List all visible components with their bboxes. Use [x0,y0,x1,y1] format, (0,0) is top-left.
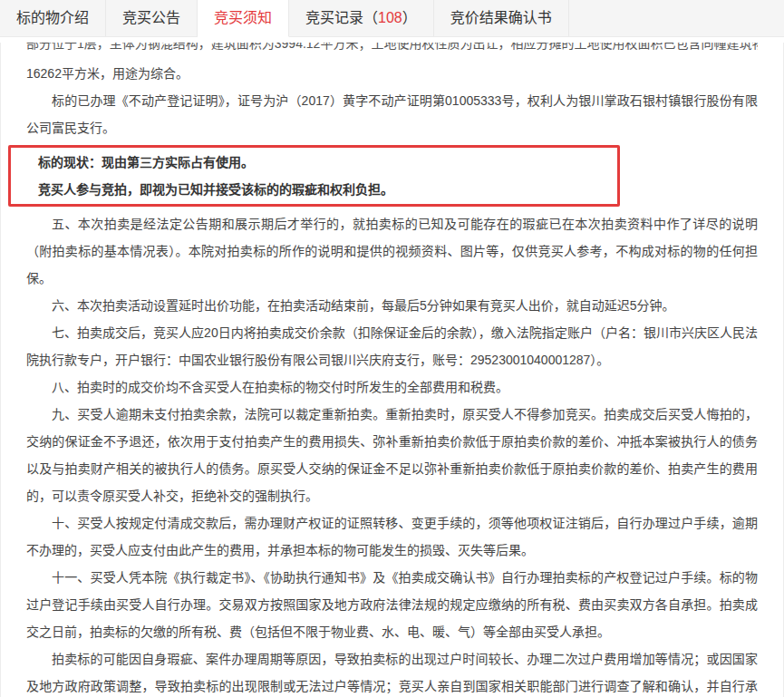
highlighted-notice-line: 竞买人参与竞拍，即视为已知并接受该标的的瑕疵和权利负担。 [38,176,608,203]
notice-paragraph: 五、本次拍卖是经法定公告期和展示期后才举行的，就拍卖标的已知及可能存在的瑕疵已在… [26,210,758,292]
notice-paragraph: 拍卖标的可能因自身瑕疵、案件办理周期等原因，导致拍卖标的出现过户时间较长、办理二… [26,645,758,697]
auction-notice-page: 标的物介绍 竞买公告 竞买须知 竞买记录（108） 竞价结果确认书 部分位于1层… [0,0,784,697]
tab-result-confirmation[interactable]: 竞价结果确认书 [434,0,569,36]
clipped-text: 部分位于1层，主体为钢混结构，建筑面积为3994.12平方米；土地使用权性质为出… [26,43,758,52]
highlighted-notice-box: 标的现状：现由第三方实际占有使用。竞买人参与竞拍，即视为已知并接受该标的的瑕疵和… [8,145,620,207]
notice-paragraph: 十一、买受人凭本院《执行裁定书》、《协助执行通知书》及《拍卖成交确认书》自行办理… [26,564,758,645]
tab-bar: 标的物介绍 竞买公告 竞买须知 竞买记录（108） 竞价结果确认书 [0,0,784,37]
highlighted-notice-line: 标的现状：现由第三方实际占有使用。 [38,149,608,176]
notice-body: 部分位于1层，主体为钢混结构，建筑面积为3994.12平方米；土地使用权性质为出… [0,43,784,697]
notice-paragraph: 七、拍卖成交后，竞买人应20日内将拍卖成交价余款（扣除保证金后的余款），缴入法院… [26,319,758,373]
tab-announcement[interactable]: 竞买公告 [106,0,198,36]
tab-bidding-records[interactable]: 竞买记录（108） [289,0,434,36]
clipped-scrolled-text-line: 部分位于1层，主体为钢混结构，建筑面积为3994.12平方米；土地使用权性质为出… [26,43,758,52]
notice-paragraph: 十、买受人按规定付清成交款后，需办理财产权证的证照转移、变更手续的，须等他项权证… [26,509,758,564]
tab-bidding-records-label-pre: 竞买记录（ [305,10,378,25]
notice-paragraph: 八、拍卖时的成交价均不含买受人在拍卖标的物交付时所发生的全部费用和税费。 [26,373,758,401]
notice-paragraph: 16262平方米，用途为综合。 [26,60,758,87]
tab-item-introduction[interactable]: 标的物介绍 [0,0,106,36]
notice-paragraph: 九、买受人逾期未支付拍卖余款，法院可以裁定重新拍卖。重新拍卖时，原买受人不得参加… [26,401,758,509]
tab-bidding-notice[interactable]: 竞买须知 [198,0,289,37]
notice-paragraph: 六、本次拍卖活动设置延时出价功能，在拍卖活动结束前，每最后5分钟如果有竞买人出价… [26,292,758,319]
notice-paragraph: 标的已办理《不动产登记证明》，证号为沪（2017）黄字不动产证明第0100533… [26,87,758,141]
tab-bidding-records-count: 108 [378,10,402,25]
tab-bidding-records-label-post: ） [402,10,417,25]
